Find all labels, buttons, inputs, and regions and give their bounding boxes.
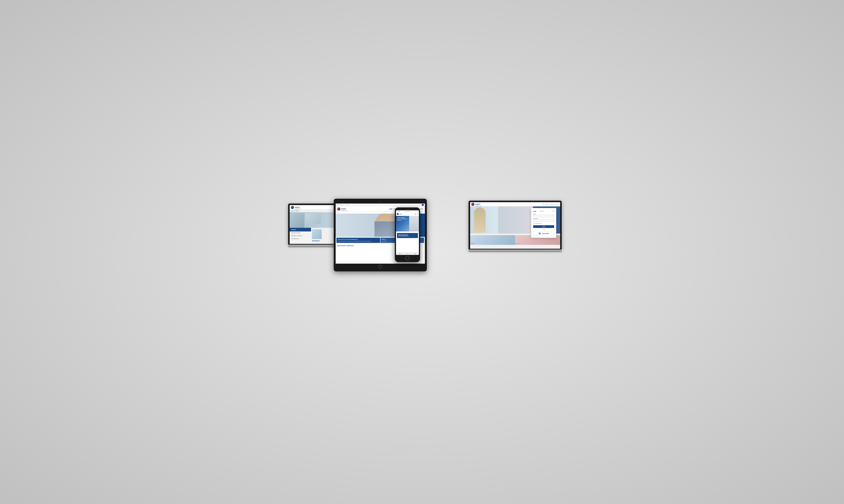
tablet-top-link2[interactable]: Contact us: [345, 204, 349, 205]
sidebar-item-education[interactable]: Education & Training: [290, 234, 311, 237]
right-card-onco-label: ONCO...: [516, 243, 520, 244]
left-laptop-logo-text: aspen EUROPE LTD: [295, 205, 301, 210]
phone-frame: 3:47 PM aspenpharma.eu ●●● aspen ⌕ 🔒: [395, 208, 420, 262]
right-laptop-logo-name: aspen: [475, 203, 480, 205]
phone-section: SPECIALISTS FOR ANTITHROMBOTICS: [396, 231, 419, 239]
tablet-top-bar: Aspen in Europe/DS Contact us Search ⌕: [335, 203, 425, 206]
left-laptop-hero-img2: [305, 213, 321, 224]
modal-tab-login[interactable]: Login: [533, 211, 536, 212]
right-laptop-logo: aspen EUROPE LTD: [471, 202, 481, 206]
password-label: Password: [533, 218, 554, 219]
left-main-img1: [312, 229, 322, 239]
phone-menu-icon[interactable]: ≡: [417, 213, 418, 215]
right-laptop-nav-links: HOME ABOUT US PRODUCTS SERVICES: [542, 204, 559, 205]
left-laptop-sidebar: Careers Working at Aspen Education & Tra…: [290, 228, 311, 243]
phone-lock-icon[interactable]: 🔒: [415, 213, 417, 215]
remember-me-row: Remember me: [533, 223, 554, 224]
tablet-search-btn[interactable]: ⌕: [422, 204, 424, 206]
left-sidebar-title: Careers: [290, 228, 311, 231]
modal-tab-divider: |: [538, 211, 538, 212]
phone-home-icon[interactable]: ⬜: [407, 253, 408, 254]
left-laptop-logo-circle: [291, 206, 294, 209]
login-submit-button[interactable]: Login: [533, 225, 554, 228]
doccheck-section[interactable]: 🐦 DocCheck: [533, 231, 554, 236]
phone-nav-icons: ⌕ 🔒 ≡: [413, 213, 418, 215]
sidebar-item-vacancies[interactable]: Job Vacancies: [290, 237, 311, 240]
right-hero-person-area: [470, 206, 498, 234]
right-laptop: aspen EUROPE LTD HOME ABOUT US PRODUCTS …: [468, 201, 562, 252]
modal-tab-signup[interactable]: Sign Up: [540, 211, 544, 212]
tablet-logo-circle: [337, 208, 340, 211]
search-icon: ⌕: [423, 204, 423, 205]
tablet-search-label: Search: [419, 204, 421, 205]
tablet-hero-person-body: [375, 221, 398, 237]
phone-hero-title: ASPEN EUROPE PEOPLE, PRODUCTS, QUALITY..…: [397, 217, 408, 221]
left-laptop-logo: aspen EUROPE LTD: [291, 205, 301, 210]
right-nav-about[interactable]: ABOUT US: [545, 204, 549, 205]
tablet-logo-name: aspen: [341, 208, 346, 210]
remember-label: Remember me: [535, 223, 541, 224]
right-card-thrombosis-label: MBOSIS: [471, 243, 475, 244]
phone-hero-person: [409, 216, 419, 231]
phone-screen: 3:47 PM aspenpharma.eu ●●● aspen ⌕ 🔒: [396, 210, 419, 255]
phone-hero: ASPEN EUROPE PEOPLE, PRODUCTS, QUALITY..…: [396, 216, 419, 231]
phone: 3:47 PM aspenpharma.eu ●●● aspen ⌕ 🔒: [395, 208, 420, 262]
phone-status-bar: 3:47 PM aspenpharma.eu ●●●: [396, 210, 419, 212]
tablet-card-1: SPECIALISTS FOR ANTITHROMBOTICS Aspen is…: [337, 238, 380, 243]
right-laptop-nav: aspen EUROPE LTD HOME ABOUT US PRODUCTS …: [470, 202, 560, 206]
left-laptop-hero-person: [291, 213, 304, 228]
phone-signal: ●●●: [417, 211, 418, 212]
login-label: Login: [533, 213, 554, 215]
right-card-thrombosis: MBOSIS: [470, 235, 515, 245]
tablet-logo: aspen EUROPE LTD: [337, 206, 347, 211]
devices-scene: aspen EUROPE LTD HOME / CAREERS: [286, 198, 558, 306]
right-laptop-screen-outer: aspen EUROPE LTD HOME ABOUT US PRODUCTS …: [468, 201, 562, 250]
sidebar-item-working[interactable]: Working at Aspen: [290, 231, 311, 234]
right-laptop-base: [468, 250, 562, 252]
right-nav-products[interactable]: PRODUCTS: [550, 204, 554, 205]
tablet-nav-home[interactable]: HOME: [389, 208, 392, 210]
phone-logo-circle: [397, 213, 399, 215]
phone-hero-bg: ASPEN EUROPE PEOPLE, PRODUCTS, QUALITY..…: [396, 216, 419, 231]
right-nav-home[interactable]: HOME: [542, 204, 545, 205]
modal-header: Login | Sign Up ✕: [533, 210, 554, 212]
phone-home-button[interactable]: [405, 256, 410, 260]
right-laptop-screen: aspen EUROPE LTD HOME ABOUT US PRODUCTS …: [470, 202, 560, 249]
phone-back-icon[interactable]: ◀: [399, 253, 400, 254]
left-laptop-logo-name: aspen: [295, 206, 300, 208]
remember-checkbox[interactable]: [533, 223, 535, 224]
phone-speaker: [404, 209, 410, 210]
tablet-logo-text: aspen EUROPE LTD: [341, 206, 347, 211]
login-input[interactable]: [533, 215, 554, 217]
phone-time: 3:47 PM: [397, 211, 400, 212]
tablet-card1-text: Aspen is specialized in the production o…: [338, 241, 379, 242]
tablet-top-link1[interactable]: Aspen in Europe/DS: [337, 204, 344, 205]
left-laptop-logo-sub: EUROPE LTD: [295, 209, 301, 210]
phone-bottom-bar: ◀ ⬜ ⊞: [396, 252, 419, 255]
modal-close-button[interactable]: ✕: [553, 210, 554, 212]
tablet-home-button[interactable]: [378, 265, 382, 269]
phone-apps-icon[interactable]: ⊞: [415, 253, 416, 254]
tablet-nav-news[interactable]: NEWS: [420, 209, 423, 210]
doccheck-label: DocCheck: [542, 233, 549, 234]
phone-logo: aspen: [397, 213, 402, 215]
password-form-group: Password: [533, 218, 554, 222]
password-input[interactable]: [533, 219, 554, 222]
phone-logo-text: aspen: [399, 213, 402, 215]
right-nav-services[interactable]: SERVICES: [555, 204, 559, 205]
or-use-label: or use: [533, 229, 554, 230]
tablet-logo-sub: EUROPE LTD: [341, 210, 347, 211]
phone-hero-text-area: ASPEN EUROPE PEOPLE, PRODUCTS, QUALITY..…: [397, 217, 408, 221]
phone-logo-dot: [397, 213, 398, 214]
modal-tabs: Login | Sign Up: [533, 211, 544, 212]
right-hero-person: [474, 208, 486, 233]
tablet-card1-title: SPECIALISTS FOR ANTITHROMBOTICS: [338, 239, 379, 240]
right-laptop-logo-circle: [471, 203, 475, 206]
phone-search-icon[interactable]: ⌕: [413, 213, 414, 215]
phone-nav: aspen ⌕ 🔒 ≡: [396, 212, 419, 216]
tablet-camera: [380, 201, 381, 202]
right-laptop-logo-text: aspen EUROPE LTD: [475, 202, 481, 206]
phone-card-title: SPECIALISTS FOR ANTITHROMBOTICS: [398, 234, 417, 236]
phone-url: aspenpharma.eu: [400, 211, 417, 212]
doccheck-bird-icon: 🐦: [538, 232, 541, 235]
